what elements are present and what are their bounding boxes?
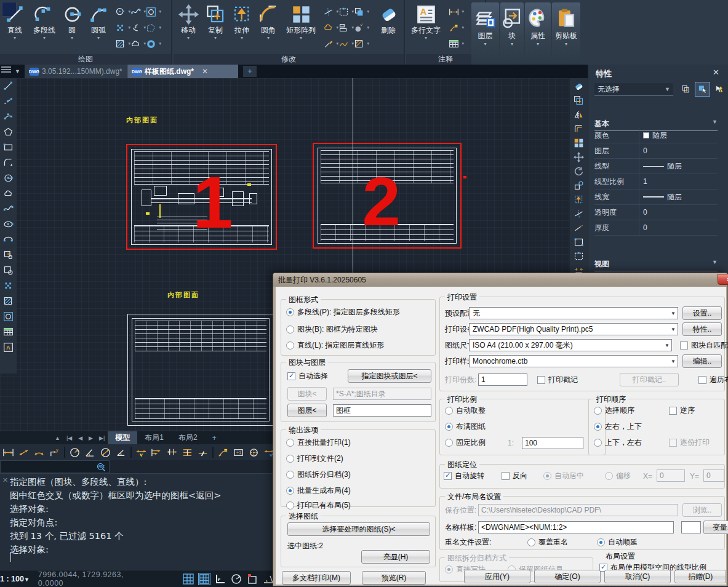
- line-button[interactable]: 直线▾: [1, 3, 28, 54]
- arc-button[interactable]: 圆弧▾: [85, 3, 112, 54]
- boxed-circle-icon[interactable]: [146, 7, 156, 17]
- toolbar-grip[interactable]: [1, 66, 11, 76]
- table-icon[interactable]: [449, 39, 459, 49]
- circle-button[interactable]: 圆▾: [60, 3, 84, 54]
- stretch-icon[interactable]: [574, 194, 584, 205]
- radio-auto-increment[interactable]: 自动顺延: [597, 537, 638, 548]
- highlight-button[interactable]: 亮显(H): [361, 550, 430, 564]
- layer-button[interactable]: 图层<: [287, 404, 327, 417]
- hatch-icon[interactable]: [115, 39, 126, 49]
- layout-up-icon[interactable]: ▲: [52, 435, 63, 441]
- hatch-edit-icon[interactable]: [354, 39, 364, 49]
- property-row-1[interactable]: 颜色随层: [594, 128, 718, 143]
- radio-split-archive[interactable]: 图纸拆分归档(3): [286, 469, 351, 480]
- circle-center-icon[interactable]: [115, 7, 126, 17]
- trim-icon[interactable]: [323, 7, 334, 17]
- dim-baseline-icon[interactable]: [151, 447, 162, 458]
- copy-button[interactable]: 复制▾: [202, 3, 229, 54]
- browse-button[interactable]: 浏览..: [682, 503, 722, 517]
- dialog-close-button[interactable]: ×: [718, 274, 728, 285]
- layout-last-icon[interactable]: ▶|: [96, 435, 108, 441]
- qdim-icon[interactable]: [135, 447, 147, 458]
- radio-print-existing-layouts[interactable]: 打印已有布局(5): [286, 500, 351, 511]
- copy-icon[interactable]: [574, 95, 584, 106]
- dim-linear-icon[interactable]: [449, 7, 459, 17]
- property-value[interactable]: 0: [639, 205, 718, 220]
- property-value[interactable]: 1: [639, 174, 718, 189]
- polyline-button[interactable]: 多段线▾: [28, 3, 60, 54]
- property-value[interactable]: 随层: [639, 128, 718, 143]
- corner-arc-icon[interactable]: [3, 158, 14, 168]
- line-icon[interactable]: [3, 81, 14, 91]
- polar-tracking-icon[interactable]: [230, 573, 242, 585]
- property-value[interactable]: 0: [639, 220, 718, 235]
- boxed-circle-icon[interactable]: [3, 311, 14, 322]
- layered-copy-icon[interactable]: [354, 7, 364, 17]
- dim-aligned-icon[interactable]: [18, 447, 30, 458]
- printer-props-button[interactable]: 特性..: [682, 322, 722, 336]
- new-tab-button[interactable]: +: [243, 66, 257, 77]
- select-sheets-button[interactable]: 选择要处理的图纸(S)<: [287, 522, 430, 536]
- scale-icon[interactable]: [574, 180, 584, 191]
- quick-select-icon[interactable]: [711, 82, 727, 97]
- name-template-field[interactable]: <DWGNAME><NUM:1:2>: [478, 521, 674, 533]
- table-icon[interactable]: [3, 327, 14, 337]
- cloud-edit-icon[interactable]: [323, 23, 334, 33]
- spline-icon[interactable]: [130, 7, 141, 17]
- close-tab-icon[interactable]: ✕: [202, 67, 208, 76]
- offset-y-field[interactable]: 0: [703, 469, 724, 482]
- mirror-icon[interactable]: [574, 110, 584, 120]
- settings-button[interactable]: 设置..: [682, 306, 722, 320]
- section-view[interactable]: 视图▼: [594, 259, 718, 271]
- scale-ratio-field[interactable]: 100: [522, 437, 583, 449]
- collate-checkbox[interactable]: 逐份打印: [669, 437, 710, 448]
- dialog-titlebar[interactable]: 批量打印 V3.6.1.20250605: [273, 273, 727, 287]
- property-row-7[interactable]: 厚度0: [594, 220, 718, 236]
- radio-auto-center[interactable]: 自动居中: [543, 471, 584, 481]
- object-snap-icon[interactable]: [246, 573, 258, 585]
- plot-stamp-checkbox[interactable]: 打印戳记: [537, 375, 578, 385]
- property-row-2[interactable]: 图层0: [594, 143, 718, 159]
- center-mark-icon[interactable]: [248, 447, 260, 458]
- radio-auto-round[interactable]: 自动取整: [445, 405, 486, 416]
- radio-batch-layouts[interactable]: 批量生成布局(4): [286, 485, 351, 496]
- sheet-frame-3[interactable]: [127, 314, 274, 426]
- block-panel-button[interactable]: 块▾: [500, 2, 524, 65]
- layout-next-icon[interactable]: ▶: [86, 435, 96, 441]
- radio-offset[interactable]: 偏移: [605, 471, 631, 481]
- circle-icon[interactable]: [3, 173, 14, 183]
- radio-direct-print[interactable]: 直接批量打印(1): [286, 437, 351, 448]
- printer-dropdown[interactable]: ZWCAD PDF(High Quality Print).pc5: [469, 323, 678, 335]
- extend-icon[interactable]: [574, 223, 584, 233]
- doc-tab-1[interactable]: DWG 3.05.192...150MM).dwg*: [25, 65, 127, 78]
- property-value[interactable]: 随层: [639, 190, 718, 204]
- ellipse-icon[interactable]: [3, 219, 14, 230]
- dim-angular-icon[interactable]: [84, 447, 96, 458]
- preview-button[interactable]: 预览(R): [362, 571, 426, 585]
- text-icon[interactable]: A: [3, 342, 14, 353]
- grid-toggle-icon[interactable]: [182, 573, 194, 585]
- iterate-layouts-checkbox[interactable]: 遍历布局: [698, 375, 728, 385]
- radio-overwrite[interactable]: 覆盖重名: [527, 537, 568, 548]
- property-row-4[interactable]: 线型比例1: [594, 174, 718, 190]
- region-icon[interactable]: [146, 23, 156, 33]
- save-path-field[interactable]: C:\Users\hisetec\Desktop\CAD PDF\: [478, 504, 678, 516]
- stretch-button[interactable]: 拉伸▾: [229, 3, 255, 54]
- rectangle-icon[interactable]: [3, 142, 14, 153]
- dim-linear-icon[interactable]: [2, 447, 14, 458]
- dim-box-icon[interactable]: +1: [233, 447, 244, 458]
- offset-x-field[interactable]: 0: [657, 469, 685, 482]
- cloud-icon[interactable]: [130, 39, 141, 49]
- selection-dropdown[interactable]: 无选择▼: [594, 83, 673, 96]
- clipboard-panel-button[interactable]: 剪贴板▾: [552, 2, 580, 65]
- search-input[interactable]: ABC: [0, 460, 110, 473]
- rect-icon[interactable]: [574, 237, 584, 247]
- dim-radius-icon[interactable]: [69, 447, 81, 458]
- paper-size-dropdown[interactable]: ISO A4 (210.00 x 297.00 毫米): [469, 339, 672, 351]
- multi-doc-print-button[interactable]: 多文档打印(M): [282, 571, 351, 585]
- toggle-pickadd-icon[interactable]: [678, 82, 694, 97]
- layers-panel-button[interactable]: 图层▾: [471, 2, 499, 65]
- property-value[interactable]: 0: [639, 143, 718, 158]
- radio-lr-tb[interactable]: 左右，上下: [594, 421, 642, 432]
- sheet-frame-2[interactable]: 2: [313, 143, 462, 249]
